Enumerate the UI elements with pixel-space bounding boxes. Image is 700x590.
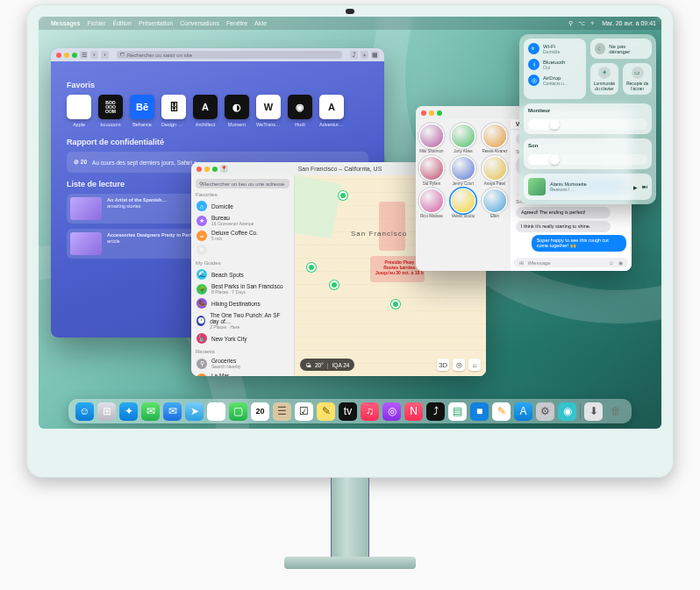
conversation-avatar[interactable]: Jenny Court bbox=[449, 157, 477, 186]
menu-item[interactable]: Aide bbox=[254, 20, 267, 26]
close-icon[interactable] bbox=[421, 110, 426, 116]
dock-app-finder[interactable]: ☺ bbox=[75, 402, 94, 421]
dock-app-pages[interactable]: ✎ bbox=[492, 402, 511, 421]
sidebar-item[interactable]: ☕︎ Deluxe Coffee Co.5 min bbox=[196, 228, 289, 243]
minimise-icon[interactable] bbox=[204, 167, 210, 172]
sidebar-item[interactable]: ⚲ GroceriesSearch Nearby bbox=[196, 356, 289, 371]
messages-conversation-grid[interactable]: Miki Shannon Jony Alves Reese Alvarez Si… bbox=[416, 119, 511, 271]
favourite-tile[interactable]: Bē Behance bbox=[130, 95, 154, 127]
menu-item[interactable]: Fichier bbox=[87, 20, 105, 26]
address-bar[interactable]: ⛉ Rechercher ou saisir un site bbox=[117, 51, 342, 59]
map-3d-toggle[interactable]: 3D bbox=[437, 359, 449, 371]
message-outgoing[interactable]: Super happy to see this rough cut come t… bbox=[532, 235, 626, 252]
conversation-avatar[interactable]: Anaya Patel bbox=[481, 157, 509, 186]
dock-app-numbers[interactable]: ▤ bbox=[448, 402, 467, 421]
control-centre-icon[interactable]: ⌥ bbox=[578, 20, 585, 27]
sidebar-item[interactable]: 🌳 Best Parks in San Francisco8 Places · … bbox=[196, 281, 289, 296]
favourite-tile[interactable]: 🗄 Design Mi… bbox=[161, 95, 186, 127]
dock-app-trash[interactable]: 🗑 bbox=[606, 402, 625, 421]
wifi-icon[interactable]: ᯤ bbox=[590, 20, 596, 26]
play-icon[interactable]: ▶︎ bbox=[633, 184, 638, 190]
spotlight-icon[interactable]: ⚲ bbox=[568, 20, 573, 27]
sidebar-item[interactable]: ★ Bureau16 Grosvenor Avenue bbox=[196, 213, 289, 228]
dock-app-downloads[interactable]: ⬇︎ bbox=[584, 402, 603, 421]
map-binoculars-icon[interactable]: ⌕ bbox=[468, 359, 481, 371]
wifi-icon[interactable]: ᯤ bbox=[528, 43, 539, 54]
dock-app-news[interactable]: N bbox=[404, 402, 423, 421]
dock-app-mail[interactable]: ✉︎ bbox=[163, 402, 182, 421]
emoji-icon[interactable]: ☺ bbox=[609, 260, 614, 266]
message-incoming[interactable]: I think it's really starting to shine. bbox=[516, 221, 611, 232]
sidebar-item[interactable]: 🕐 The One Two Punch: An SF day of…2 Plac… bbox=[196, 310, 289, 331]
dock-app-contacts[interactable]: ☰ bbox=[273, 402, 291, 421]
dock-app-podcasts[interactable]: ◎ bbox=[382, 402, 401, 421]
sidebar-item[interactable]: 🍽 La Mar5 min · Pier 1½ bbox=[196, 371, 289, 376]
conversation-avatar[interactable]: Velvet Studio bbox=[449, 189, 477, 218]
message-incoming[interactable]: Agreed! The ending is perfect! bbox=[516, 207, 611, 218]
favourite-tile[interactable]: W WeTransfer bbox=[256, 95, 281, 127]
now-playing-tile[interactable]: Alanis Morissette Reasons I … ▶︎ ⏭ bbox=[524, 174, 652, 200]
conversation-avatar[interactable]: Miki Shannon bbox=[418, 124, 446, 153]
sidebar-item[interactable]: ✕ bbox=[196, 243, 289, 257]
sidebar-item[interactable]: 🗽 New York City bbox=[196, 331, 289, 345]
dnd-tile[interactable]: ☾ Ne pas déranger bbox=[590, 39, 653, 59]
airdrop-icon[interactable]: ◎ bbox=[528, 75, 539, 86]
favourite-tile[interactable]: A Adventure… bbox=[319, 95, 344, 127]
zoom-icon[interactable] bbox=[437, 110, 442, 116]
dock-app-stocks[interactable]: ⤴︎ bbox=[426, 402, 445, 421]
minimise-icon[interactable] bbox=[64, 53, 69, 58]
tabs-icon[interactable]: ▦ bbox=[371, 51, 379, 59]
screen-mirroring-tile[interactable]: ▭ Recopie de l’écran bbox=[623, 63, 652, 95]
menu-item[interactable]: Conversations bbox=[180, 20, 219, 26]
map-pin[interactable] bbox=[339, 191, 347, 200]
share-icon[interactable]: ⤴︎ bbox=[350, 51, 358, 59]
forward-icon[interactable]: › bbox=[101, 51, 109, 59]
favourite-tile[interactable]: A Archillect bbox=[193, 95, 218, 127]
sidebar-item[interactable]: 🥾 Hiking Destinations bbox=[196, 296, 289, 310]
dock-app-calendar[interactable]: 20 bbox=[251, 402, 269, 421]
dock-app-music[interactable]: ♫ bbox=[361, 402, 379, 421]
chat-input[interactable]: ⊞ iMessage ☺ ◉ bbox=[514, 258, 628, 267]
conversation-avatar[interactable]: Ellen bbox=[481, 189, 509, 218]
app-name[interactable]: Messages bbox=[51, 20, 80, 26]
dock-app-facetime[interactable]: ▢ bbox=[229, 402, 247, 421]
sidebar-item[interactable]: 🌊 Beach Spots bbox=[196, 267, 289, 281]
close-icon[interactable] bbox=[196, 167, 202, 172]
dock-app-photos[interactable]: ✿ bbox=[207, 402, 225, 421]
map-locate-icon[interactable]: ◎ bbox=[453, 359, 465, 371]
map-weather-pill[interactable]: 🌤 20° | IQA 24 bbox=[300, 359, 354, 371]
location-icon[interactable]: 📍 bbox=[220, 165, 228, 173]
bluetooth-icon[interactable]: ᚼ bbox=[528, 59, 539, 70]
menu-item[interactable]: Présentation bbox=[139, 20, 173, 26]
apps-icon[interactable]: ⊞ bbox=[519, 259, 524, 266]
display-slider-tile[interactable]: Moniteur bbox=[524, 103, 652, 134]
dock[interactable]: ☺⊞✦✉︎✉︎➤✿▢20☰☑︎✎tv♫◎N⤴︎▤■✎A⚙︎◉⬇︎🗑 bbox=[68, 399, 632, 423]
menu-item[interactable]: Fenêtre bbox=[226, 20, 247, 26]
dock-app-notes[interactable]: ✎ bbox=[317, 402, 335, 421]
new-tab-icon[interactable]: ＋ bbox=[361, 51, 368, 59]
dock-app-appstore[interactable]: A bbox=[514, 402, 532, 421]
control-centre-panel[interactable]: ᯤ Wi-Fi Domicile ᚼ Bluetooth Oui ◎ AirDr… bbox=[519, 34, 656, 204]
dock-app-keynote[interactable]: ■ bbox=[470, 402, 489, 421]
connectivity-tile[interactable]: ᯤ Wi-Fi Domicile ᚼ Bluetooth Oui ◎ AirDr… bbox=[524, 39, 586, 99]
conversation-avatar[interactable]: Reese Alvarez bbox=[481, 124, 509, 153]
map-pin[interactable] bbox=[307, 263, 316, 272]
dock-app-launchpad[interactable]: ⊞ bbox=[97, 402, 116, 421]
back-icon[interactable]: ‹ bbox=[90, 51, 98, 59]
favourite-tile[interactable]: ◐ Moment bbox=[225, 95, 249, 127]
sound-slider-tile[interactable]: Son bbox=[524, 139, 652, 169]
sidebar-toggle-icon[interactable]: ☰ bbox=[80, 51, 88, 59]
zoom-icon[interactable] bbox=[212, 167, 218, 172]
minimise-icon[interactable] bbox=[429, 110, 434, 116]
close-icon[interactable] bbox=[56, 53, 61, 58]
maps-sidebar[interactable]: ⚲ Rechercher un lieu ou une adresse Favo… bbox=[191, 175, 295, 376]
favourite-tile[interactable]: BOO OOO OOM booooom bbox=[98, 95, 123, 127]
map-pin[interactable] bbox=[330, 281, 339, 289]
next-icon[interactable]: ⏭ bbox=[642, 184, 647, 189]
dock-app-tv[interactable]: tv bbox=[339, 402, 357, 421]
favourite-tile[interactable]: Apple bbox=[67, 95, 91, 127]
dock-app-reminders[interactable]: ☑︎ bbox=[295, 402, 313, 421]
display-slider[interactable] bbox=[528, 119, 647, 130]
conversation-avatar[interactable]: Sid Rylant bbox=[418, 157, 446, 186]
dock-app-preferences[interactable]: ⚙︎ bbox=[536, 402, 554, 421]
